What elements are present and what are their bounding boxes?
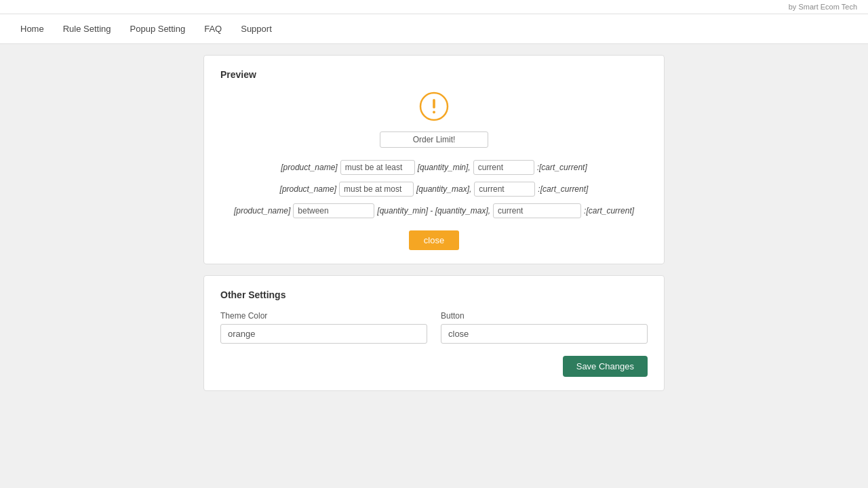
- nav-rule-setting[interactable]: Rule Setting: [54, 16, 121, 42]
- exclamation-icon: [418, 91, 450, 122]
- product-name-tag-3: [product_name]: [234, 206, 290, 216]
- preview-card: Preview [product_name] [quantity_min], :…: [203, 55, 665, 264]
- navigation: Home Rule Setting Popup Setting FAQ Supp…: [0, 14, 868, 44]
- nav-popup-setting[interactable]: Popup Setting: [121, 16, 195, 42]
- svg-rect-1: [433, 99, 435, 108]
- save-row: Save Changes: [220, 356, 648, 377]
- order-limit-box: [220, 131, 648, 148]
- message-rows: [product_name] [quantity_min], :[cart_cu…: [220, 160, 648, 218]
- product-name-tag-2: [product_name]: [280, 184, 336, 194]
- cart-tag-3: :[cart_current]: [584, 206, 634, 216]
- theme-color-input[interactable]: [220, 324, 427, 344]
- quantity-tag-1: [quantity_min],: [418, 163, 471, 172]
- button-field: Button: [441, 311, 648, 344]
- order-limit-input[interactable]: [380, 131, 488, 148]
- theme-color-label: Theme Color: [220, 311, 427, 321]
- cart-tag-2: :[cart_current]: [538, 184, 588, 194]
- settings-fields-row: Theme Color Button: [220, 311, 648, 344]
- nav-support[interactable]: Support: [231, 16, 281, 42]
- button-label: Button: [441, 311, 648, 321]
- svg-point-2: [433, 111, 435, 114]
- message-row-2: [product_name] [quantity_max], :[cart_cu…: [280, 182, 589, 197]
- message-row-1: [product_name] [quantity_min], :[cart_cu…: [281, 160, 587, 175]
- button-input[interactable]: [441, 324, 648, 344]
- text-input-2[interactable]: [339, 182, 414, 197]
- other-settings-title: Other Settings: [220, 289, 648, 300]
- current-input-1[interactable]: [473, 160, 534, 175]
- other-settings-card: Other Settings Theme Color Button Save C…: [203, 275, 665, 391]
- close-preview-button[interactable]: close: [409, 230, 459, 250]
- cart-tag-1: :[cart_current]: [537, 163, 587, 172]
- credit-text: by Smart Ecom Tech: [789, 3, 857, 11]
- preview-title: Preview: [220, 69, 648, 80]
- save-changes-button[interactable]: Save Changes: [563, 356, 648, 377]
- quantity-tag-3: [quantity_min] - [quantity_max],: [377, 206, 490, 216]
- text-input-1[interactable]: [340, 160, 415, 175]
- current-input-3[interactable]: [493, 203, 581, 218]
- current-input-2[interactable]: [474, 182, 535, 197]
- quantity-tag-2: [quantity_max],: [416, 184, 471, 194]
- nav-faq[interactable]: FAQ: [195, 16, 231, 42]
- alert-icon-container: [220, 91, 648, 122]
- product-name-tag-1: [product_name]: [281, 163, 337, 172]
- message-row-3: [product_name] [quantity_min] - [quantit…: [234, 203, 634, 218]
- nav-home[interactable]: Home: [11, 16, 54, 42]
- text-input-3[interactable]: [293, 203, 374, 218]
- theme-color-field: Theme Color: [220, 311, 427, 344]
